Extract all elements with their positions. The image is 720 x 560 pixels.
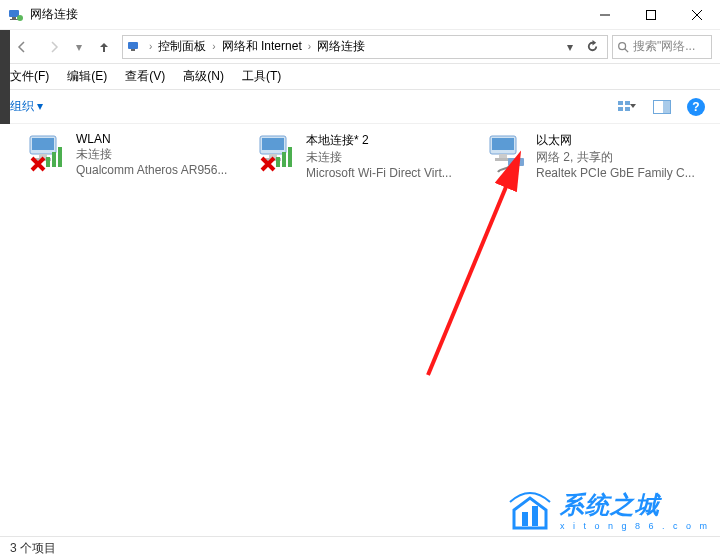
content-area[interactable]: WLAN 未连接 Qualcomm Atheros AR956... 本地连接*… (0, 124, 720, 536)
adapter-disabled-icon (256, 132, 300, 176)
menu-tools[interactable]: 工具(T) (240, 66, 283, 87)
breadcrumb-leaf[interactable]: 网络连接 (313, 38, 369, 55)
svg-rect-5 (128, 42, 138, 49)
svg-rect-10 (618, 107, 623, 111)
chevron-right-icon[interactable]: › (306, 41, 313, 52)
annotation-arrow (418, 150, 538, 380)
address-bar[interactable]: › 控制面板 › 网络和 Internet › 网络连接 ▾ (122, 35, 608, 59)
up-button[interactable] (90, 35, 118, 59)
chevron-right-icon[interactable]: › (147, 41, 154, 52)
status-bar: 3 个项目 (0, 536, 720, 560)
menu-edit[interactable]: 编辑(E) (65, 66, 109, 87)
adapter-connected-icon (486, 132, 530, 176)
connection-status: 网络 2, 共享的 (536, 149, 695, 166)
connection-status: 未连接 (306, 149, 452, 166)
window-title: 网络连接 (30, 6, 582, 23)
refresh-button[interactable] (581, 36, 603, 58)
svg-rect-9 (625, 101, 630, 105)
organize-button[interactable]: 组织 ▾ (10, 98, 43, 115)
search-icon (617, 41, 629, 53)
connection-ethernet[interactable]: 以太网 网络 2, 共享的 Realtek PCIe GbE Family C.… (486, 132, 696, 182)
svg-rect-19 (262, 138, 284, 150)
watermark-text-cn: 系统之城 (560, 489, 710, 521)
svg-rect-26 (508, 158, 524, 166)
menubar: 文件(F) 编辑(E) 查看(V) 高级(N) 工具(T) (0, 64, 720, 90)
chevron-right-icon[interactable]: › (210, 41, 217, 52)
connection-status: 未连接 (76, 146, 227, 163)
maximize-button[interactable] (628, 0, 674, 30)
svg-rect-23 (492, 138, 514, 150)
menu-file[interactable]: 文件(F) (8, 66, 51, 87)
connection-name: WLAN (76, 132, 227, 146)
window-controls (582, 0, 720, 30)
svg-rect-8 (618, 101, 623, 105)
help-icon: ? (687, 98, 705, 116)
recent-dropdown[interactable]: ▾ (72, 35, 86, 59)
address-dropdown-button[interactable]: ▾ (559, 36, 581, 58)
svg-rect-6 (131, 49, 135, 51)
svg-point-3 (17, 15, 23, 21)
item-count: 3 个项目 (10, 540, 56, 557)
titlebar: 网络连接 (0, 0, 720, 30)
network-connections-icon (8, 7, 24, 23)
svg-point-7 (619, 42, 626, 49)
search-placeholder: 搜索"网络... (633, 38, 695, 55)
svg-rect-29 (532, 506, 538, 526)
svg-rect-0 (9, 10, 19, 17)
watermark: 系统之城 x i t o n g 8 6 . c o m (508, 488, 710, 532)
svg-rect-11 (625, 107, 630, 111)
svg-rect-1 (12, 17, 16, 19)
svg-rect-28 (522, 512, 528, 526)
navbar: ▾ › 控制面板 › 网络和 Internet › 网络连接 ▾ 搜索"网络..… (0, 30, 720, 64)
svg-rect-13 (663, 101, 670, 113)
svg-rect-2 (10, 19, 18, 20)
menu-view[interactable]: 查看(V) (123, 66, 167, 87)
adapter-disabled-icon (26, 132, 70, 176)
connection-device: Microsoft Wi-Fi Direct Virt... (306, 166, 452, 180)
watermark-text-en: x i t o n g 8 6 . c o m (560, 521, 710, 531)
command-bar: 组织 ▾ ? (0, 90, 720, 124)
help-button[interactable]: ? (682, 95, 710, 119)
connection-device: Qualcomm Atheros AR956... (76, 163, 227, 177)
menu-advanced[interactable]: 高级(N) (181, 66, 226, 87)
watermark-logo-icon (508, 488, 552, 532)
svg-line-27 (428, 158, 518, 375)
search-input[interactable]: 搜索"网络... (612, 35, 712, 59)
connection-local[interactable]: 本地连接* 2 未连接 Microsoft Wi-Fi Direct Virt.… (256, 132, 466, 182)
connection-device: Realtek PCIe GbE Family C... (536, 166, 695, 180)
svg-rect-24 (499, 154, 507, 158)
preview-pane-button[interactable] (648, 95, 676, 119)
back-button[interactable] (8, 35, 36, 59)
close-button[interactable] (674, 0, 720, 30)
forward-button[interactable] (40, 35, 68, 59)
breadcrumb-mid[interactable]: 网络和 Internet (218, 38, 306, 55)
svg-rect-15 (32, 138, 54, 150)
breadcrumb-root[interactable]: 控制面板 (154, 38, 210, 55)
minimize-button[interactable] (582, 0, 628, 30)
svg-rect-4 (647, 10, 656, 19)
connection-wlan[interactable]: WLAN 未连接 Qualcomm Atheros AR956... (26, 132, 236, 182)
view-options-button[interactable] (614, 95, 642, 119)
network-connections-icon (127, 39, 143, 55)
connection-name: 本地连接* 2 (306, 132, 452, 149)
connection-name: 以太网 (536, 132, 695, 149)
